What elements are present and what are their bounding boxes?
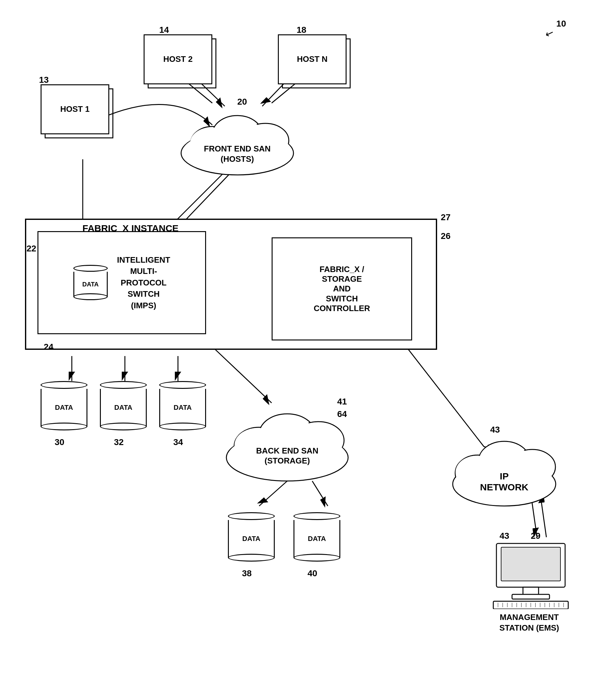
- controller-label: FABRIC_X /STORAGEANDSWITCHCONTROLLER: [314, 265, 370, 313]
- ref-22: 22: [27, 243, 36, 254]
- data40-cylinder: DATA: [294, 512, 340, 562]
- data32-cylinder: DATA: [100, 381, 147, 431]
- ref-43b: 43: [499, 531, 509, 541]
- ref-13: 13: [39, 75, 49, 85]
- ip-network-cloud: IP NETWORK: [446, 431, 562, 512]
- ref-29: 29: [531, 531, 540, 541]
- figure-ref-10: 10: [557, 19, 566, 29]
- svg-text:FRONT END SAN: FRONT END SAN: [204, 144, 271, 153]
- svg-rect-57: [512, 594, 549, 599]
- ref-43: 43: [490, 425, 500, 435]
- svg-line-15: [212, 347, 272, 403]
- data34-cylinder: DATA: [159, 381, 206, 431]
- svg-text:NETWORK: NETWORK: [480, 482, 528, 492]
- management-station-computer: [487, 540, 581, 609]
- ref-26: 26: [441, 231, 451, 241]
- diagram-container: 10 ↗ HOST 1 13 HOST 2 14 HOST N 18 FRONT…: [0, 0, 616, 699]
- ref-40: 40: [308, 568, 317, 578]
- svg-text:BACK END SAN: BACK END SAN: [256, 446, 318, 456]
- ref-64: 64: [337, 409, 347, 419]
- front-end-san-cloud: FRONT END SAN (HOSTS): [175, 103, 300, 178]
- ref-24: 24: [44, 342, 53, 352]
- ref-38: 38: [242, 568, 252, 578]
- imps-data-cylinder: DATA: [73, 265, 108, 300]
- management-station-label: MANAGEMENTSTATION (EMS): [481, 612, 578, 633]
- host1-label: HOST 1: [60, 104, 90, 114]
- ref-41: 41: [337, 397, 347, 407]
- svg-point-51: [510, 450, 553, 482]
- svg-text:IP: IP: [500, 471, 509, 481]
- hostn-label: HOST N: [297, 54, 327, 64]
- imps-data-label: DATA: [82, 281, 99, 288]
- data34-label: DATA: [174, 404, 192, 412]
- imps-box: DATA INTELLIGENTMULTI-PROTOCOLSWITCH(IMP…: [38, 231, 206, 334]
- ref-34: 34: [173, 437, 183, 447]
- host1-box: HOST 1: [41, 84, 109, 134]
- svg-text:(HOSTS): (HOSTS): [221, 154, 254, 164]
- data32-label: DATA: [114, 404, 132, 412]
- data38-label: DATA: [242, 535, 260, 543]
- data30-cylinder: DATA: [41, 381, 88, 431]
- host2-label: HOST 2: [163, 54, 193, 64]
- back-end-san-cloud: BACK END SAN (STORAGE): [218, 400, 356, 487]
- data30-label: DATA: [55, 404, 73, 412]
- controller-box: FABRIC_X /STORAGEANDSWITCHCONTROLLER: [272, 237, 412, 341]
- svg-text:(STORAGE): (STORAGE): [265, 456, 310, 465]
- ref-20: 20: [237, 97, 247, 107]
- ref-27: 27: [441, 212, 451, 222]
- fig10-arrow: ↗: [543, 27, 555, 41]
- data40-label: DATA: [308, 535, 326, 543]
- ref-30: 30: [55, 437, 64, 447]
- svg-rect-55: [501, 547, 560, 581]
- ref-14: 14: [159, 25, 169, 35]
- imps-text-label: INTELLIGENTMULTI-PROTOCOLSWITCH(IMPS): [117, 254, 170, 311]
- host2-box: HOST 2: [144, 34, 212, 84]
- ref-18: 18: [297, 25, 306, 35]
- ref-32: 32: [114, 437, 124, 447]
- hostn-box: HOST N: [278, 34, 347, 84]
- svg-rect-56: [523, 587, 538, 595]
- data38-cylinder: DATA: [228, 512, 275, 562]
